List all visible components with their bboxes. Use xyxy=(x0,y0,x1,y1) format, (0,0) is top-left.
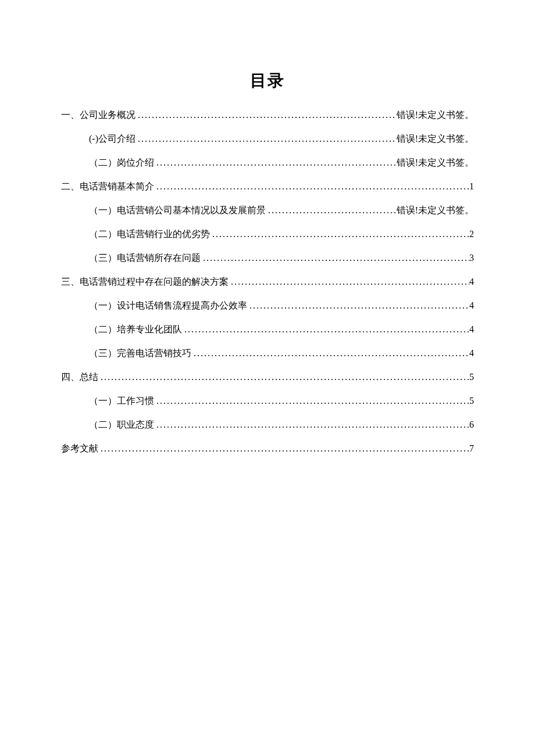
toc-entry-page: 2 xyxy=(469,229,474,239)
toc-entry-label: （三）电话营销所存在问题 xyxy=(89,252,201,264)
toc-leader-dots xyxy=(191,348,469,359)
page-title: 目录 xyxy=(61,70,474,92)
toc-entry: （二）职业态度6 xyxy=(61,419,474,431)
toc-entry: （三）完善电话营销技巧4 xyxy=(61,347,474,360)
toc-leader-dots xyxy=(201,253,469,263)
toc-entry-page: 4 xyxy=(469,348,474,359)
toc-leader-dots xyxy=(154,396,469,406)
toc-entry: (-)公司介绍错误!未定义书签。 xyxy=(61,133,474,145)
toc-leader-dots xyxy=(98,443,469,454)
toc-leader-dots xyxy=(98,372,469,382)
toc-entry-page: 6 xyxy=(469,420,474,430)
toc-entry: （一）设计电话销售流程提高办公效率4 xyxy=(61,300,474,312)
toc-entry: （二）培养专业化团队4 xyxy=(61,324,474,336)
toc-entry-label: 一、公司业务概况 xyxy=(61,109,135,121)
toc-entry-label: (-)公司介绍 xyxy=(89,133,135,145)
toc-entry-label: （一）工作习惯 xyxy=(89,395,154,407)
toc-leader-dots xyxy=(210,229,469,239)
toc-entry: 一、公司业务概况错误!未定义书签。 xyxy=(61,109,474,121)
toc-entry: （一）电话营销公司基本情况以及发展前景错误!未定义书签。 xyxy=(61,205,474,217)
toc-leader-dots xyxy=(154,420,469,430)
toc-entry-page: 3 xyxy=(469,253,474,263)
toc-leader-dots xyxy=(135,134,397,144)
toc-entry-page: 4 xyxy=(469,277,474,287)
toc-leader-dots xyxy=(266,205,397,216)
toc-entry-label: （一）设计电话销售流程提高办公效率 xyxy=(89,300,247,312)
toc-entry: 四、总结5 xyxy=(61,371,474,384)
toc-entry-page: 错误!未定义书签。 xyxy=(397,157,474,169)
toc-entry-page: 4 xyxy=(469,300,474,311)
toc-entry-page: 7 xyxy=(469,443,474,454)
toc-entry-label: 四、总结 xyxy=(61,371,98,384)
toc-entry: 三、电话营销过程中存在问题的解决方案4 xyxy=(61,276,474,288)
toc-entry-label: 二、电话营销基本简介 xyxy=(61,181,154,193)
toc-entry: 参考文献7 xyxy=(61,443,474,455)
toc-leader-dots xyxy=(154,157,397,168)
toc-entry-page: 5 xyxy=(469,396,474,406)
toc-leader-dots xyxy=(154,181,469,192)
toc-entry: （三）电话营销所存在问题3 xyxy=(61,252,474,264)
toc-leader-dots xyxy=(247,300,469,311)
toc-entry-label: （二）培养专业化团队 xyxy=(89,324,182,336)
toc-entry-label: （二）职业态度 xyxy=(89,419,154,431)
toc-leader-dots xyxy=(182,324,469,335)
toc-entry-page: 错误!未定义书签。 xyxy=(397,109,474,121)
toc-entry-page: 错误!未定义书签。 xyxy=(397,133,474,145)
toc-entry-page: 4 xyxy=(469,324,474,335)
toc-entry-label: 参考文献 xyxy=(61,443,98,455)
toc-leader-dots xyxy=(135,110,397,120)
toc-entry-label: 三、电话营销过程中存在问题的解决方案 xyxy=(61,276,229,288)
toc-entry-label: （二）岗位介绍 xyxy=(89,157,154,169)
toc-entry: （一）工作习惯5 xyxy=(61,395,474,407)
toc-entry-page: 错误!未定义书签。 xyxy=(397,205,474,217)
toc-entry: 二、电话营销基本简介1 xyxy=(61,181,474,193)
toc-entry-label: （一）电话营销公司基本情况以及发展前景 xyxy=(89,205,266,217)
table-of-contents: 一、公司业务概况错误!未定义书签。(-)公司介绍错误!未定义书签。（二）岗位介绍… xyxy=(61,109,474,455)
toc-entry: （二）电话营销行业的优劣势2 xyxy=(61,228,474,241)
toc-entry-label: （二）电话营销行业的优劣势 xyxy=(89,228,210,241)
toc-leader-dots xyxy=(229,277,469,287)
toc-entry: （二）岗位介绍错误!未定义书签。 xyxy=(61,157,474,169)
toc-entry-label: （三）完善电话营销技巧 xyxy=(89,347,191,360)
toc-entry-page: 5 xyxy=(469,372,474,382)
toc-entry-page: 1 xyxy=(469,181,474,192)
